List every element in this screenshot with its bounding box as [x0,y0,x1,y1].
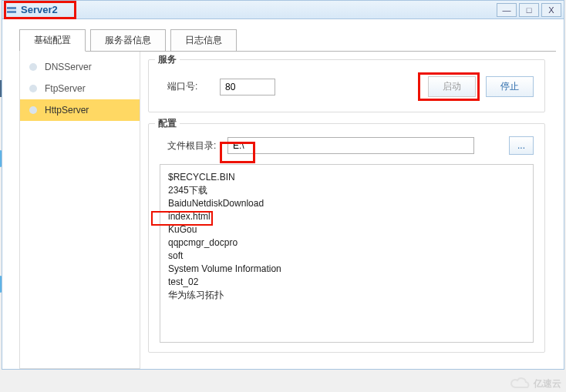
start-button[interactable]: 启动 [428,76,476,97]
titlebar: Server2 — □ X [2,1,564,19]
sidebar-item-http[interactable]: HttpServer [20,99,140,121]
service-fieldset: 服务 端口号: 启动 停止 [148,59,545,112]
list-item[interactable]: index.html [168,210,525,223]
status-dot-icon [29,63,37,71]
file-list[interactable]: $RECYCLE.BIN 2345下载 BaiduNetdiskDownload… [160,164,534,343]
server-sidebar: DNSServer FtpServer HttpServer [19,52,140,369]
watermark-text: 亿速云 [534,377,561,390]
tab-basic-config[interactable]: 基础配置 [19,29,86,52]
tab-server-info[interactable]: 服务器信息 [90,29,166,52]
root-dir-input[interactable] [227,137,474,154]
port-label: 端口号: [160,80,220,93]
list-item[interactable]: System Volume Information [168,263,525,276]
status-dot-icon [29,106,37,114]
close-button[interactable]: X [541,3,561,17]
status-dot-icon [29,85,37,92]
sidebar-item-dns[interactable]: DNSServer [20,56,140,78]
sidebar-label-dns: DNSServer [45,62,92,72]
sidebar-item-ftp[interactable]: FtpServer [20,78,140,99]
config-fieldset: 配置 文件根目录: ... $RECYCLE.BIN 2345下载 BaiduN… [148,123,545,353]
highlight-start: 启动 [418,72,480,101]
app-window: Server2 — □ X 基础配置 服务器信息 日志信息 DNSServer … [2,0,564,370]
root-dir-label: 文件根目录: [160,139,227,152]
minimize-button[interactable]: — [497,3,517,17]
list-item[interactable]: soft [168,250,525,263]
service-legend: 服务 [155,53,180,66]
port-input[interactable] [220,79,275,95]
tab-bar: 基础配置 服务器信息 日志信息 [19,28,564,51]
browse-button[interactable]: ... [509,136,534,155]
cloud-icon [509,377,531,390]
sidebar-label-ftp: FtpServer [45,83,86,94]
window-controls: — □ X [497,3,564,17]
app-icon [5,4,18,16]
config-legend: 配置 [155,117,180,130]
list-item[interactable]: 华为练习拓扑 [168,289,525,302]
list-item[interactable]: $RECYCLE.BIN [168,171,525,184]
sidebar-label-http: HttpServer [45,105,89,116]
stop-button[interactable]: 停止 [486,76,534,97]
tab-log-info[interactable]: 日志信息 [170,29,237,52]
svg-rect-1 [7,11,16,13]
main-panel: 服务 端口号: 启动 停止 配置 文件根目录: ... [140,52,564,371]
list-item[interactable]: BaiduNetdiskDownload [168,197,525,210]
svg-rect-0 [7,7,16,9]
watermark: 亿速云 [509,377,561,390]
list-item[interactable]: qqpcmgr_docpro [168,236,525,250]
list-item[interactable]: KuGou [168,223,525,236]
maximize-button[interactable]: □ [519,3,539,17]
list-item[interactable]: test_02 [168,276,525,289]
list-item[interactable]: 2345下载 [168,184,525,197]
window-title: Server2 [21,4,58,15]
